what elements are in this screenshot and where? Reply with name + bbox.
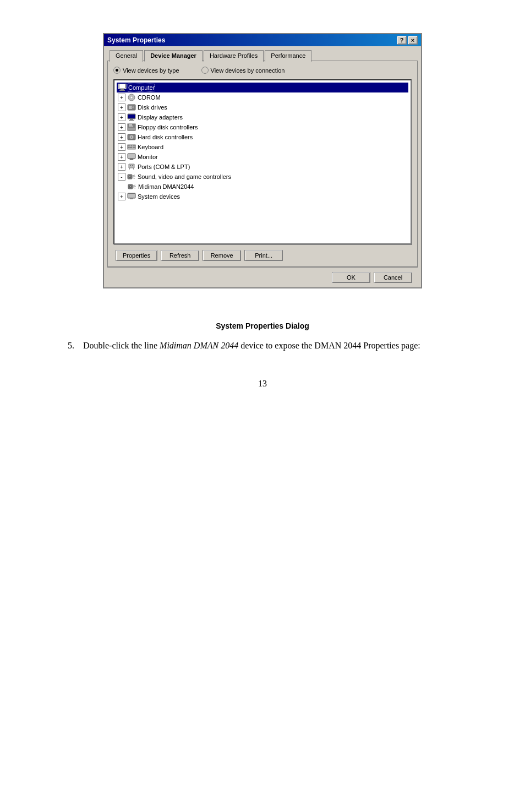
sound-icon xyxy=(127,172,136,181)
svg-rect-26 xyxy=(128,147,129,148)
title-buttons: ? × xyxy=(397,36,418,45)
keyboard-expander[interactable]: + xyxy=(118,143,125,151)
tree-label-display: Display adapters xyxy=(138,114,183,121)
tree-item-display[interactable]: + Display adapters xyxy=(117,112,408,122)
tree-item-floppy[interactable]: + Floppy disk controllers xyxy=(117,122,408,132)
hard-expander[interactable]: + xyxy=(118,133,125,141)
keyboard-icon xyxy=(127,143,136,151)
text-after: device to expose the DMAN 2044 Propertie… xyxy=(238,341,420,350)
svg-rect-32 xyxy=(130,159,133,160)
svg-point-5 xyxy=(130,96,133,99)
page-number: 13 xyxy=(44,379,481,389)
svg-rect-7 xyxy=(129,106,132,109)
floppy-expander[interactable]: + xyxy=(118,123,125,131)
monitor-icon xyxy=(127,152,136,161)
tree-item-hard[interactable]: + Hard disk controllers xyxy=(117,132,408,142)
svg-rect-3 xyxy=(119,90,125,91)
svg-rect-29 xyxy=(134,147,135,148)
text-before: Double-click the line xyxy=(83,341,160,350)
refresh-button[interactable]: Refresh xyxy=(161,250,199,261)
tree-item-midiman[interactable]: Midiman DMAN2044 xyxy=(117,182,408,192)
dialog-titlebar: System Properties ? × xyxy=(104,34,421,46)
close-button[interactable]: × xyxy=(408,36,418,45)
monitor-expander[interactable]: + xyxy=(118,153,125,161)
tree-item-keyboard[interactable]: + xyxy=(117,142,408,152)
svg-point-40 xyxy=(129,176,130,177)
tab-device-manager[interactable]: Device Manager xyxy=(144,50,203,62)
svg-rect-22 xyxy=(129,145,130,146)
svg-rect-31 xyxy=(128,154,135,158)
tab-hardware-profiles[interactable]: Hardware Profiles xyxy=(204,50,264,62)
tab-performance[interactable]: Performance xyxy=(265,50,311,62)
tab-general[interactable]: General xyxy=(110,50,143,62)
tree-item-disk[interactable]: + Disk drives xyxy=(117,102,408,112)
display-icon xyxy=(127,113,136,122)
action-buttons: Properties Refresh Remove Print... xyxy=(113,250,412,261)
radio-by-connection[interactable]: View devices by connection xyxy=(201,67,285,74)
item-number: 5. xyxy=(59,339,74,352)
radio-group: View devices by type View devices by con… xyxy=(113,67,412,74)
svg-rect-52 xyxy=(130,198,133,199)
svg-rect-33 xyxy=(129,160,134,160)
svg-rect-25 xyxy=(134,145,135,146)
hard-icon xyxy=(127,133,136,141)
svg-rect-51 xyxy=(128,194,135,198)
svg-point-36 xyxy=(130,165,131,166)
tab-content: View devices by type View devices by con… xyxy=(107,61,418,267)
sound-expander[interactable]: - xyxy=(118,173,125,181)
svg-rect-28 xyxy=(133,147,134,148)
radio-by-type-label: View devices by type xyxy=(123,67,179,74)
svg-line-47 xyxy=(133,185,135,186)
svg-line-41 xyxy=(133,175,135,176)
radio-by-type[interactable]: View devices by type xyxy=(113,67,179,74)
floppy-icon xyxy=(127,123,136,132)
cdrom-icon xyxy=(127,93,136,102)
tree-item-computer[interactable]: Computer xyxy=(117,83,408,92)
tree-label-monitor: Monitor xyxy=(138,154,158,160)
tree-label-hard: Hard disk controllers xyxy=(138,134,193,140)
ok-button[interactable]: OK xyxy=(332,272,370,283)
radio-by-connection-input[interactable] xyxy=(201,67,209,74)
svg-point-37 xyxy=(132,165,133,166)
midiman-icon xyxy=(128,182,136,191)
tree-item-cdrom[interactable]: + CDROM xyxy=(117,92,408,102)
tree-item-monitor[interactable]: + Monitor xyxy=(117,152,408,162)
svg-line-43 xyxy=(133,178,135,178)
cancel-button[interactable]: Cancel xyxy=(374,272,412,283)
svg-rect-23 xyxy=(131,145,132,146)
ports-expander[interactable]: + xyxy=(118,163,125,171)
svg-rect-24 xyxy=(133,145,134,146)
svg-rect-1 xyxy=(119,84,125,88)
svg-rect-15 xyxy=(132,124,133,126)
numbered-item-5: 5. Double-click the line Midiman DMAN 20… xyxy=(59,339,466,352)
svg-point-19 xyxy=(131,137,132,138)
svg-rect-16 xyxy=(128,128,135,130)
tree-label-disk: Disk drives xyxy=(138,104,167,111)
remove-button[interactable]: Remove xyxy=(203,250,241,261)
svg-rect-11 xyxy=(130,119,133,120)
cdrom-expander[interactable]: + xyxy=(118,94,125,101)
tree-item-sound[interactable]: - Sound, xyxy=(117,172,408,182)
computer-icon xyxy=(118,83,127,92)
print-button[interactable]: Print... xyxy=(244,250,283,261)
item-content: Double-click the line Midiman DMAN 2044 … xyxy=(83,339,466,352)
properties-button[interactable]: Properties xyxy=(116,250,157,261)
tree-label-ports: Ports (COM & LPT) xyxy=(138,164,190,170)
display-expander[interactable]: + xyxy=(118,113,125,121)
tab-bar: General Device Manager Hardware Profiles… xyxy=(107,50,418,61)
tree-item-ports[interactable]: + Ports (COM & LPT) xyxy=(117,162,408,172)
help-button[interactable]: ? xyxy=(397,36,407,45)
tree-item-system[interactable]: + System devices xyxy=(117,192,408,201)
disk-icon xyxy=(127,103,136,112)
device-tree[interactable]: Computer + CDROM xyxy=(113,79,412,244)
system-expander[interactable]: + xyxy=(118,193,125,200)
radio-by-connection-label: View devices by connection xyxy=(211,67,285,74)
radio-by-type-input[interactable] xyxy=(113,67,121,74)
svg-rect-2 xyxy=(121,89,124,90)
tree-label-sound: Sound, video and game controllers xyxy=(138,173,231,180)
text-italic: Midiman DMAN 2044 xyxy=(160,341,238,350)
disk-expander[interactable]: + xyxy=(118,103,125,111)
tree-label-keyboard: Keyboard xyxy=(138,144,163,150)
system-icon xyxy=(127,192,136,201)
svg-rect-10 xyxy=(128,115,135,118)
